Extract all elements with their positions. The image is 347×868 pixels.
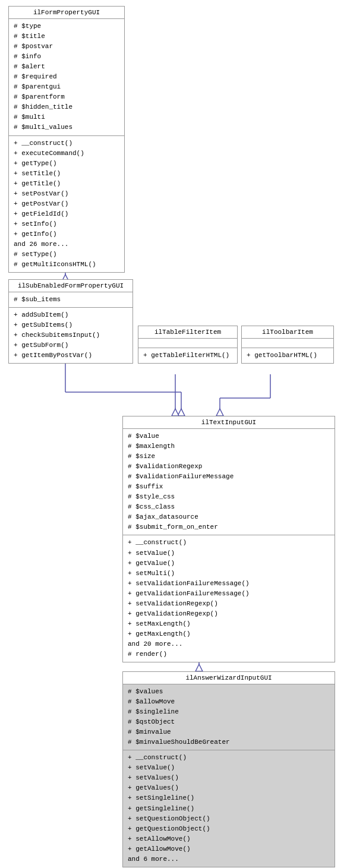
toolbar-method-getToolbarHTML: + getToolbarHTML() <box>247 351 329 361</box>
field-multi_values: # $multi_values <box>14 122 119 132</box>
method-getInfo: + getInfo() <box>14 229 119 239</box>
diagram-container: ilFormPropertyGUI # $type # $title # $po… <box>0 0 347 868</box>
arrowhead-table-to-text <box>172 409 179 416</box>
arrowhead-toolbar-to-text <box>216 409 223 416</box>
sub-method-getItemByPostVar: + getItemByPostVar() <box>14 351 128 361</box>
ans-field-minvalue: # $minvalue <box>128 727 330 737</box>
field-multi: # $multi <box>14 112 119 122</box>
text-method-setValidationFailureMessage: + setValidationFailureMessage() <box>128 579 330 589</box>
ans-method-setQuestionObject: + setQuestionObject() <box>128 814 330 824</box>
ans-method-getAllowMove: + getAllowMove() <box>128 844 330 854</box>
ans-method-setSingleline: + setSingleline() <box>128 793 330 803</box>
arrowhead-text-to-answer <box>195 664 203 671</box>
method-setInfo: + setInfo() <box>14 219 119 229</box>
method-setPostVar: + setPostVar() <box>14 189 119 199</box>
method-getType: + getType() <box>14 159 119 169</box>
ans-method-setValues: + setValues() <box>128 773 330 783</box>
text-method-getValue: + getValue() <box>128 558 330 569</box>
field-parentform: # $parentform <box>14 92 119 102</box>
method-getTitle: + getTitle() <box>14 179 119 189</box>
ans-method-construct: + __construct() <box>128 753 330 763</box>
text-method-render: # render() <box>128 649 330 659</box>
ilTableFilterItem-title: ilTableFilterItem <box>138 326 237 339</box>
ilToolbarItem-methods: + getToolbarHTML() <box>242 348 333 363</box>
ilAnswerWizardInputGUI-methods: + __construct() + setValue() + setValues… <box>123 750 335 867</box>
ilAnswerWizardInputGUI-title: ilAnswerWizardInputGUI <box>123 672 335 684</box>
ilTextInputGUI-fields: # $value # $maxlength # $size # $validat… <box>123 429 335 535</box>
ilSubEnabledFormPropertyGUI-methods: + addSubItem() + getSubItems() + checkSu… <box>9 308 133 363</box>
ilToolbarItem-fields <box>242 339 333 348</box>
ilFormPropertyGUI-fields: # $type # $title # $postvar # $info # $a… <box>9 19 124 136</box>
sub-method-getSubItems: + getSubItems() <box>14 320 128 330</box>
arrowhead-sub-to-text <box>178 409 185 416</box>
field-postvar: # $postvar <box>14 42 119 52</box>
method-getFieldId: + getFieldId() <box>14 209 119 219</box>
text-method-getValidationFailureMessage: + getValidationFailureMessage() <box>128 589 330 599</box>
ilAnswerWizardInputGUI-box: ilAnswerWizardInputGUI # $values # $allo… <box>122 671 335 867</box>
text-field-css_class: # $css_class <box>128 502 330 512</box>
ilFormPropertyGUI-methods: + __construct() + executeCommand() + get… <box>9 136 124 273</box>
text-method-getValidationRegexp: + getValidationRegexp() <box>128 609 330 619</box>
text-method-setMulti: + setMulti() <box>128 569 330 579</box>
method-more: and 26 more... <box>14 239 119 250</box>
text-field-size: # $size <box>128 452 330 462</box>
ilFormPropertyGUI-box: ilFormPropertyGUI # $type # $title # $po… <box>8 6 125 273</box>
sub-method-getSubForm: + getSubForm() <box>14 340 128 351</box>
text-field-submit_form_on_enter: # $submit_form_on_enter <box>128 522 330 532</box>
ans-field-allowMove: # $allowMove <box>128 697 330 707</box>
ilSubEnabledFormPropertyGUI-fields: # $sub_items <box>9 292 133 308</box>
text-field-validationRegexp: # $validationRegexp <box>128 462 330 472</box>
method-getMultiIconsHTML: # getMultiIconsHTML() <box>14 260 119 270</box>
text-method-more: and 20 more... <box>128 639 330 649</box>
text-field-ajax_datasource: # $ajax_datasource <box>128 512 330 522</box>
ilTextInputGUI-methods: + __construct() + setValue() + getValue(… <box>123 535 335 662</box>
method-getPostVar: + getPostVar() <box>14 199 119 209</box>
text-method-construct: + __construct() <box>128 538 330 548</box>
field-required: # $required <box>14 72 119 82</box>
text-field-value: # $value <box>128 431 330 441</box>
text-method-setValidationRegexp: + setValidationRegexp() <box>128 599 330 609</box>
field-hidden_title: # $hidden_title <box>14 102 119 112</box>
ilSubEnabledFormPropertyGUI-title: ilSubEnabledFormPropertyGUI <box>9 280 133 292</box>
ilTextInputGUI-title: ilTextInputGUI <box>123 416 335 429</box>
field-alert: # $alert <box>14 62 119 72</box>
ilToolbarItem-box: ilToolbarItem + getToolbarHTML() <box>241 326 334 364</box>
ans-field-qstObject: # $qstObject <box>128 717 330 727</box>
ans-field-minvalueShouldBeGreater: # $minvalueShouldBeGreater <box>128 737 330 747</box>
method-construct: + __construct() <box>14 138 119 149</box>
ans-field-values: # $values <box>128 687 330 697</box>
ans-method-getSingleline: + getSingleline() <box>128 804 330 814</box>
text-method-setMaxLength: + setMaxLength() <box>128 619 330 629</box>
field-parentgui: # $parentgui <box>14 82 119 92</box>
sub-field-sub_items: # $sub_items <box>14 295 128 305</box>
field-type: # $type <box>14 21 119 31</box>
ilSubEnabledFormPropertyGUI-box: ilSubEnabledFormPropertyGUI # $sub_items… <box>8 279 133 364</box>
ans-method-setValue: + setValue() <box>128 763 330 773</box>
ilFormPropertyGUI-title: ilFormPropertyGUI <box>9 7 124 19</box>
ans-method-setAllowMove: + setAllowMove() <box>128 834 330 844</box>
ilTextInputGUI-box: ilTextInputGUI # $value # $maxlength # $… <box>122 416 335 662</box>
text-field-maxlength: # $maxlength <box>128 441 330 452</box>
text-field-style_css: # $style_css <box>128 492 330 502</box>
field-title: # $title <box>14 31 119 42</box>
ans-method-getQuestionObject: + getQuestionObject() <box>128 824 330 834</box>
ilTableFilterItem-box: ilTableFilterItem + getTableFilterHTML() <box>138 326 238 364</box>
field-info: # $info <box>14 52 119 62</box>
text-field-suffix: # $suffix <box>128 482 330 492</box>
method-executeCommand: + executeCommand() <box>14 149 119 159</box>
ilToolbarItem-title: ilToolbarItem <box>242 326 333 339</box>
text-method-setValue: + setValue() <box>128 548 330 558</box>
sub-method-checkSubitemsInput: + checkSubitemsInput() <box>14 330 128 340</box>
method-setType: # setType() <box>14 250 119 260</box>
ans-method-more: and 6 more... <box>128 854 330 864</box>
table-method-getTableFilterHTML: + getTableFilterHTML() <box>143 351 232 361</box>
text-method-getMaxLength: + getMaxLength() <box>128 629 330 639</box>
ans-method-getValues: + getValues() <box>128 783 330 793</box>
method-setTitle: + setTitle() <box>14 169 119 179</box>
ilTableFilterItem-fields <box>138 339 237 348</box>
sub-method-addSubItem: + addSubItem() <box>14 310 128 320</box>
ilTableFilterItem-methods: + getTableFilterHTML() <box>138 348 237 363</box>
ilAnswerWizardInputGUI-fields: # $values # $allowMove # $singleline # $… <box>123 684 335 750</box>
ans-field-singleline: # $singleline <box>128 707 330 717</box>
text-field-validationFailureMessage: # $validationFailureMessage <box>128 472 330 482</box>
